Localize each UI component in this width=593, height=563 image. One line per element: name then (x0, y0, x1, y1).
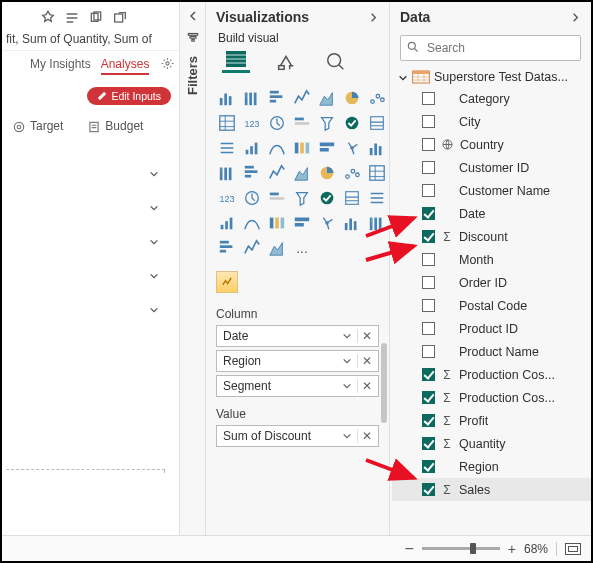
viz-type-icon[interactable] (216, 162, 238, 184)
viz-type-icon[interactable] (366, 137, 388, 159)
viz-type-icon[interactable] (366, 212, 388, 234)
viz-type-icon[interactable] (216, 112, 238, 134)
field-row[interactable]: Product ID (392, 317, 591, 340)
field-checkbox[interactable] (422, 207, 435, 220)
collapse-data-icon[interactable] (570, 12, 581, 23)
dataset-row[interactable]: Superstore Test Datas... (392, 67, 591, 87)
viz-type-icon[interactable] (266, 212, 288, 234)
field-row[interactable]: Month (392, 248, 591, 271)
tab-analyses[interactable]: Analyses (101, 57, 150, 75)
viz-type-icon[interactable] (291, 212, 313, 234)
field-row[interactable]: ΣProduction Cos... (392, 386, 591, 409)
field-row[interactable]: Category (392, 87, 591, 110)
custom-visual-chip[interactable] (216, 271, 238, 293)
viz-type-icon[interactable] (266, 137, 288, 159)
field-checkbox[interactable] (422, 345, 435, 358)
field-checkbox[interactable] (422, 483, 435, 496)
zoom-slider[interactable] (422, 547, 500, 550)
viz-type-icon[interactable] (291, 87, 313, 109)
viz-type-icon[interactable] (366, 187, 388, 209)
budget-chip[interactable]: Budget (87, 119, 143, 134)
field-checkbox[interactable] (422, 184, 435, 197)
field-well[interactable]: Region ✕ (216, 350, 379, 372)
viz-type-icon[interactable] (266, 187, 288, 209)
field-checkbox[interactable] (422, 391, 435, 404)
field-well[interactable]: Sum of Discount ✕ (216, 425, 379, 447)
viz-type-icon[interactable] (341, 212, 363, 234)
collapse-section[interactable] (2, 154, 165, 188)
viz-type-icon[interactable] (366, 112, 388, 134)
viz-type-icon[interactable]: 123 (241, 112, 263, 134)
viz-type-icon[interactable] (241, 237, 263, 259)
collapse-section[interactable] (2, 188, 165, 222)
viz-type-icon[interactable] (241, 87, 263, 109)
viz-type-icon[interactable] (341, 137, 363, 159)
viz-type-icon[interactable] (316, 112, 338, 134)
build-tab-analytics[interactable] (322, 51, 350, 73)
viz-type-icon[interactable] (241, 212, 263, 234)
gear-icon[interactable] (161, 57, 174, 75)
viz-type-icon[interactable] (316, 187, 338, 209)
field-row[interactable]: Customer ID (392, 156, 591, 179)
collapse-section[interactable] (2, 256, 165, 290)
field-checkbox[interactable] (422, 368, 435, 381)
viz-type-icon[interactable] (366, 162, 388, 184)
field-checkbox[interactable] (422, 437, 435, 450)
viz-type-icon[interactable] (316, 162, 338, 184)
chevron-down-icon[interactable] (342, 430, 354, 442)
viz-type-icon[interactable] (291, 137, 313, 159)
field-row[interactable]: City (392, 110, 591, 133)
field-checkbox[interactable] (422, 253, 435, 266)
field-row[interactable]: ΣQuantity (392, 432, 591, 455)
collapse-filters-icon[interactable] (187, 10, 199, 22)
viz-type-icon[interactable] (291, 187, 313, 209)
field-well[interactable]: Segment ✕ (216, 375, 379, 397)
remove-field-button[interactable]: ✕ (357, 379, 376, 393)
search-input[interactable] (400, 35, 581, 61)
viz-type-icon[interactable] (216, 137, 238, 159)
viz-type-icon[interactable] (266, 237, 288, 259)
field-checkbox[interactable] (422, 115, 435, 128)
viz-type-icon[interactable] (316, 212, 338, 234)
viz-type-icon[interactable] (266, 87, 288, 109)
field-checkbox[interactable] (422, 230, 435, 243)
field-well[interactable]: Date ✕ (216, 325, 379, 347)
field-checkbox[interactable] (422, 161, 435, 174)
popout-icon[interactable] (112, 10, 128, 26)
viz-type-icon[interactable] (241, 137, 263, 159)
remove-field-button[interactable]: ✕ (357, 429, 376, 443)
viz-type-icon[interactable] (341, 187, 363, 209)
chevron-down-icon[interactable] (342, 380, 354, 392)
tab-my-insights[interactable]: My Insights (30, 57, 91, 75)
field-checkbox[interactable] (422, 138, 435, 151)
remove-field-button[interactable]: ✕ (357, 354, 376, 368)
target-chip[interactable]: Target (12, 119, 63, 134)
filters-icon[interactable] (186, 30, 200, 44)
scrollbar[interactable] (381, 343, 387, 448)
viz-type-icon[interactable] (341, 162, 363, 184)
chevron-down-icon[interactable] (342, 330, 354, 342)
field-row[interactable]: ΣProfit (392, 409, 591, 432)
list-icon[interactable] (64, 10, 80, 26)
viz-type-icon[interactable] (341, 112, 363, 134)
build-tab-fields[interactable] (222, 51, 250, 73)
more-visuals-icon[interactable]: ... (291, 237, 313, 259)
field-row[interactable]: Order ID (392, 271, 591, 294)
copy-icon[interactable] (88, 10, 104, 26)
zoom-out-button[interactable]: − (404, 540, 413, 558)
field-row[interactable]: Customer Name (392, 179, 591, 202)
viz-type-icon[interactable] (316, 137, 338, 159)
remove-field-button[interactable]: ✕ (357, 329, 376, 343)
pin-icon[interactable] (40, 10, 56, 26)
field-row[interactable]: Country (392, 133, 591, 156)
edit-inputs-button[interactable]: Edit Inputs (87, 87, 171, 105)
viz-type-icon[interactable] (341, 87, 363, 109)
field-row[interactable]: Postal Code (392, 294, 591, 317)
field-row[interactable]: ΣSales (392, 478, 591, 501)
viz-type-icon[interactable] (216, 87, 238, 109)
viz-type-icon[interactable] (216, 237, 238, 259)
field-checkbox[interactable] (422, 414, 435, 427)
field-row[interactable]: ΣProduction Cos... (392, 363, 591, 386)
viz-type-icon[interactable] (291, 112, 313, 134)
build-tab-format[interactable] (272, 51, 300, 73)
